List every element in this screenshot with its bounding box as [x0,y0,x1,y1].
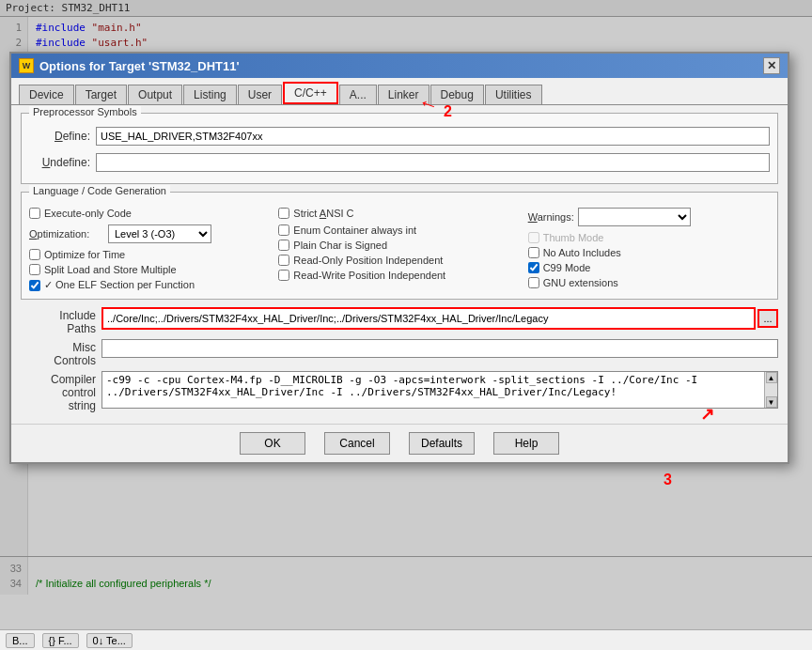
strict-ansi-row: Strict ANSI C [278,208,520,219]
warnings-select[interactable] [578,208,691,226]
include-paths-input[interactable] [103,309,754,328]
tab-listing[interactable]: Listing [183,85,237,104]
plain-char-row: Plain Char is Signed [278,240,520,251]
tab-linker[interactable]: Linker [378,85,429,104]
no-auto-includes-checkbox[interactable] [528,247,539,258]
status-btn-te[interactable]: 0↓ Te... [86,633,133,648]
plain-char-label: Plain Char is Signed [293,240,387,251]
compiler-scrollbar: ▲ ▼ [764,372,777,408]
tab-asm[interactable]: A... [339,85,377,104]
cancel-button[interactable]: Cancel [324,432,390,455]
misc-controls-row: MiscControls [21,339,778,367]
optimize-time-checkbox[interactable] [29,249,40,260]
compiler-control-textarea[interactable]: -c99 -c -cpu Cortex-M4.fp -D__MICROLIB -… [102,372,764,408]
optimization-row: Optimization: Level 3 (-O3) [29,224,271,243]
language-grid: Execute-only Code Optimization: Level 3 … [29,208,770,291]
gnu-extensions-label: GNU extensions [543,277,618,288]
tab-utilities[interactable]: Utilities [485,85,542,104]
warnings-row: Warnings: [528,208,770,226]
execute-only-row: Execute-only Code [29,208,271,219]
dialog-icon: W [19,58,34,73]
plain-char-checkbox[interactable] [278,240,289,251]
include-paths-label: IncludePaths [21,307,96,335]
misc-controls-input[interactable] [102,339,778,358]
define-label: Define: [29,130,90,143]
read-only-pos-checkbox[interactable] [278,255,289,266]
optimization-label: Optimization: [29,228,104,240]
enum-container-checkbox[interactable] [278,224,289,236]
thumb-mode-row: Thumb Mode [528,232,770,243]
read-write-pos-checkbox[interactable] [278,270,289,281]
scroll-down-button[interactable]: ▼ [766,396,777,408]
optimize-time-row: Optimize for Time [29,249,271,260]
dialog-content: Preprocessor Symbols Define: Undefine: L… [11,105,788,424]
read-only-pos-row: Read-Only Position Independent [278,255,520,266]
include-browse-button[interactable]: ... [757,309,778,328]
strict-ansi-checkbox[interactable] [278,208,289,219]
tab-user[interactable]: User [238,85,282,104]
undefine-input[interactable] [96,153,770,172]
tab-device[interactable]: Device [19,85,74,104]
enum-container-label: Enum Container always int [293,224,416,236]
language-section: Language / Code Generation Execute-only … [21,192,778,300]
split-load-checkbox[interactable] [29,264,40,275]
close-button[interactable]: ✕ [763,57,780,74]
gnu-extensions-checkbox[interactable] [528,277,539,288]
define-row: Define: [29,127,770,146]
c99-mode-checkbox[interactable] [528,262,539,273]
misc-controls-label: MiscControls [21,339,96,367]
tabs-bar: Device Target Output Listing User C/C++ … [11,78,788,105]
tab-cpp[interactable]: C/C++ [283,82,338,104]
language-legend: Language / Code Generation [29,185,170,196]
dialog-buttons: OK Cancel Defaults Help [11,424,788,462]
split-load-label: Split Load and Store Multiple [44,264,177,275]
ok-button[interactable]: OK [240,432,305,455]
enum-container-row: Enum Container always int [278,224,520,236]
one-elf-label: ✓ One ELF Section per Function [44,279,195,291]
options-dialog: W Options for Target 'STM32_DHT11' ✕ Dev… [9,52,789,464]
read-only-pos-label: Read-Only Position Independent [293,255,443,266]
include-paths-row: IncludePaths ... [21,307,778,335]
status-btn-b[interactable]: B... [6,633,35,648]
thumb-mode-checkbox[interactable] [528,232,539,243]
define-input[interactable] [96,127,770,146]
c99-mode-label: C99 Mode [543,262,591,273]
undefine-label: Undefine: [29,156,90,169]
preprocessor-section: Preprocessor Symbols Define: Undefine: [21,113,778,184]
optimize-time-label: Optimize for Time [44,249,125,260]
execute-only-label: Execute-only Code [44,208,132,219]
split-load-row: Split Load and Store Multiple [29,264,271,275]
dialog-title-bar: W Options for Target 'STM32_DHT11' ✕ [11,54,788,78]
tab-debug[interactable]: Debug [430,85,484,104]
no-auto-includes-label: No Auto Includes [543,247,621,258]
read-write-pos-label: Read-Write Position Independent [293,270,445,281]
include-paths-input-wrap [102,307,756,330]
dialog-title: Options for Target 'STM32_DHT11' [39,59,240,73]
strict-ansi-label: Strict ANSI C [293,208,353,219]
read-write-pos-row: Read-Write Position Independent [278,270,520,281]
gnu-extensions-row: GNU extensions [528,277,770,288]
status-bar: B... {} F... 0↓ Te... [0,629,812,650]
compiler-control-row: Compilercontrolstring -c99 -c -cpu Corte… [21,371,778,412]
warnings-label: Warnings: [528,211,574,223]
undefine-row: Undefine: [29,153,770,172]
c99-mode-row: C99 Mode [528,262,770,273]
optimization-select[interactable]: Level 3 (-O3) [108,224,211,243]
preprocessor-legend: Preprocessor Symbols [29,106,141,117]
compiler-textarea-wrap: -c99 -c -cpu Cortex-M4.fp -D__MICROLIB -… [102,371,778,409]
status-btn-f[interactable]: {} F... [42,633,79,648]
no-auto-includes-row: No Auto Includes [528,247,770,258]
thumb-mode-label: Thumb Mode [543,232,604,243]
compiler-control-label: Compilercontrolstring [21,371,96,412]
one-elf-checkbox[interactable] [29,280,40,291]
defaults-button[interactable]: Defaults [409,432,475,455]
tab-output[interactable]: Output [128,85,182,104]
one-elf-row: ✓ One ELF Section per Function [29,279,271,291]
scroll-up-button[interactable]: ▲ [766,372,777,383]
execute-only-checkbox[interactable] [29,208,40,219]
tab-target[interactable]: Target [75,85,127,104]
help-button[interactable]: Help [493,432,559,455]
